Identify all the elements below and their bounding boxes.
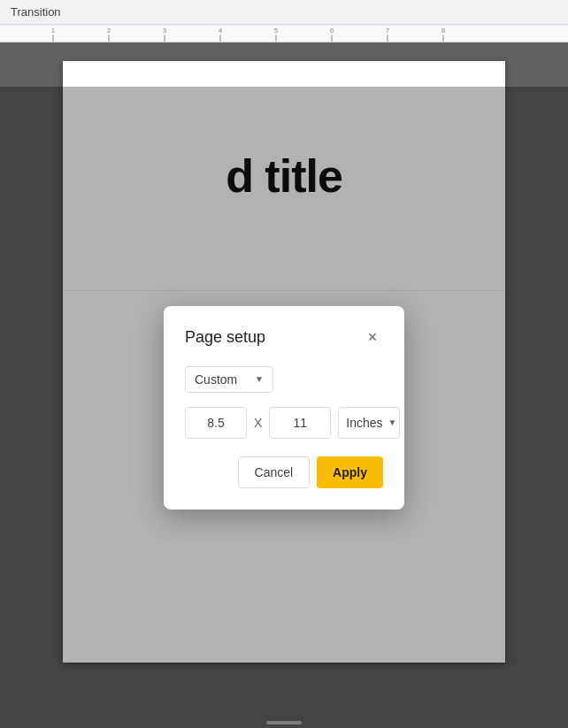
svg-text:5: 5	[274, 27, 279, 35]
scroll-hint	[266, 721, 302, 724]
svg-text:6: 6	[330, 27, 334, 35]
page-setup-dialog: Page setup × Custom ▼ X Inches ▼ Cance	[164, 306, 404, 510]
modal-title: Page setup	[185, 328, 265, 347]
unit-chevron-icon: ▼	[388, 418, 397, 427]
modal-buttons: Cancel Apply	[185, 456, 383, 488]
dimension-row: X Inches ▼	[185, 407, 383, 439]
apply-button[interactable]: Apply	[317, 456, 383, 488]
svg-text:4: 4	[219, 27, 223, 35]
ruler: 1 2 3 4 5 6 7 8	[0, 25, 568, 42]
dimension-x-separator: X	[254, 416, 262, 430]
preset-dropdown[interactable]: Custom ▼	[185, 366, 273, 393]
svg-text:3: 3	[163, 27, 166, 35]
modal-backdrop: Page setup × Custom ▼ X Inches ▼ Cance	[0, 87, 568, 728]
height-input[interactable]	[269, 407, 331, 439]
width-input[interactable]	[185, 407, 247, 439]
svg-text:8: 8	[441, 27, 445, 35]
svg-text:1: 1	[51, 27, 55, 35]
cancel-button[interactable]: Cancel	[238, 456, 311, 488]
svg-text:7: 7	[386, 27, 389, 35]
modal-header: Page setup ×	[185, 327, 383, 349]
top-bar-title: Transition	[11, 5, 61, 19]
preset-dropdown-label: Custom	[195, 372, 248, 387]
unit-dropdown-label: Inches	[346, 416, 382, 430]
preset-chevron-icon: ▼	[255, 374, 264, 384]
svg-text:2: 2	[107, 27, 111, 35]
unit-dropdown[interactable]: Inches ▼	[338, 407, 400, 439]
canvas-area: d title title Page setup × Custom ▼ X	[0, 43, 568, 728]
modal-close-button[interactable]: ×	[362, 327, 383, 349]
top-bar: Transition	[0, 0, 568, 25]
svg-rect-0	[0, 25, 568, 42]
